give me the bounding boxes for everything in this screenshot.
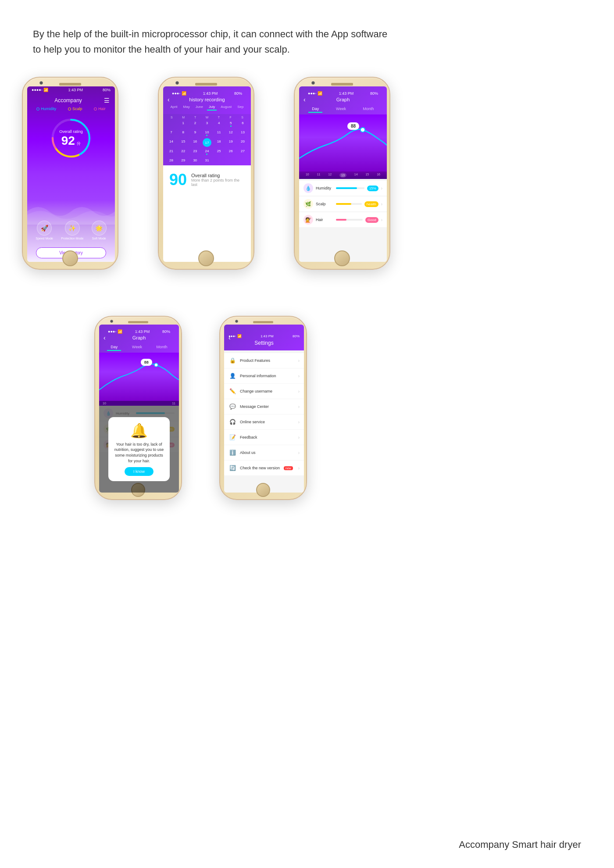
settings-item-about-us[interactable]: ℹ️ About us ›: [224, 445, 304, 460]
settings-item-feedback[interactable]: 📝 Feedback ›: [224, 430, 304, 445]
menu-icon[interactable]: ☰: [104, 97, 110, 104]
scalp-icon: 🌿: [303, 199, 313, 209]
cal-day-28[interactable]: 28: [166, 157, 177, 164]
cal-day-19[interactable]: 19: [225, 138, 236, 147]
tab-september[interactable]: Sep: [236, 104, 245, 111]
online-service-chevron: ›: [298, 420, 300, 425]
status-bar-p4: ●●●◦ 📶 1:43 PM 80%: [104, 328, 175, 335]
rating-big-number: 90: [169, 171, 187, 189]
cal-day-21[interactable]: 21: [166, 148, 177, 156]
back-arrow-p2[interactable]: ‹: [168, 96, 170, 103]
camera-phone4: [110, 320, 113, 323]
cal-day-25[interactable]: 25: [214, 148, 225, 156]
popup-message: Your hair is too dry, lack of nutrition,…: [114, 442, 164, 464]
humidity-bar-wrap: [336, 187, 364, 189]
screen-accompany: ●●●●◦ 📶 1:43 PM 80% Accompany ☰ Humidity…: [27, 86, 115, 262]
cal-day-23[interactable]: 23: [189, 148, 200, 156]
settings-item-online-service[interactable]: 🎧 Online service ›: [224, 414, 304, 429]
speaker-phone5: [253, 321, 273, 323]
change-username-chevron: ›: [298, 389, 300, 394]
cal-day-11[interactable]: 11: [214, 129, 225, 137]
cal-day-13[interactable]: 13: [237, 129, 248, 137]
tab-june[interactable]: June: [194, 104, 205, 111]
cal-day-14[interactable]: 14: [166, 138, 177, 147]
back-arrow-p3[interactable]: ‹: [303, 96, 306, 103]
cal-day-29[interactable]: 29: [178, 157, 189, 164]
humidity-tag: 15%: [367, 186, 378, 191]
back-arrow-p4[interactable]: ‹: [104, 334, 106, 341]
footer-text: Accompany Smart hair dryer: [459, 839, 581, 850]
tab-april[interactable]: April: [169, 104, 179, 111]
change-username-label: Change username: [240, 389, 295, 393]
settings-back-arrow[interactable]: ‹: [228, 334, 231, 341]
cal-day-15[interactable]: 15: [178, 138, 189, 147]
x-14: 14: [354, 173, 358, 178]
cal-day-4[interactable]: 4: [214, 120, 225, 128]
day-headers: S M T W T F S: [166, 116, 248, 119]
cal-day-31[interactable]: 31: [201, 157, 212, 164]
scalp-dot: [68, 107, 71, 111]
cal-day-27[interactable]: 27: [237, 148, 248, 156]
settings-item-personal-info[interactable]: 👤 Personal information ›: [224, 368, 304, 383]
protection-mode-btn[interactable]: ✨ Protection Mode: [61, 221, 83, 240]
metric-humidity[interactable]: 💧 Humidity 15% ›: [299, 181, 387, 196]
cal-day-30[interactable]: 30: [189, 157, 200, 164]
cal-day-2[interactable]: 2: [189, 120, 200, 128]
tab-july[interactable]: July: [207, 104, 217, 111]
speed-mode-btn[interactable]: 🚀 Speed Mode: [36, 221, 53, 240]
cal-day-26[interactable]: 26: [225, 148, 236, 156]
feedback-icon: 📝: [228, 433, 236, 441]
cal-day-7[interactable]: 7: [166, 129, 177, 137]
i-know-button[interactable]: I know: [125, 467, 154, 476]
settings-item-product-features[interactable]: 🔒 Product Features ›: [224, 353, 304, 368]
cal-day-6[interactable]: 6: [237, 120, 248, 128]
tab-scalp[interactable]: Scalp: [68, 107, 82, 111]
cal-day-8[interactable]: 8: [178, 129, 189, 137]
tab-may[interactable]: May: [182, 104, 192, 111]
cal-day-9[interactable]: 9: [189, 129, 200, 137]
cal-day-10[interactable]: 10: [201, 129, 212, 137]
graph-tab-month[interactable]: Month: [360, 106, 378, 113]
cal-day-24[interactable]: 24: [201, 148, 212, 156]
settings-item-message-center[interactable]: 💬 Message Center ›: [224, 399, 304, 414]
soft-mode-btn[interactable]: 🌟 Soft Mode: [92, 221, 107, 240]
tab-august[interactable]: August: [219, 104, 233, 111]
settings-title: Settings: [254, 340, 273, 346]
home-button-p3[interactable]: [334, 250, 350, 266]
graph-tab-month-p4[interactable]: Month: [153, 344, 171, 351]
graph-tab-week-p4[interactable]: Week: [129, 344, 146, 351]
settings-item-check-version[interactable]: 🔄 Check the new version new ›: [224, 461, 304, 475]
scalp-name: Scalp: [316, 202, 333, 206]
hair-label: Hair: [98, 107, 106, 111]
product-features-icon: 🔒: [228, 357, 236, 364]
home-button-p2[interactable]: [198, 250, 214, 266]
metric-hair[interactable]: 💇 Hair Good ›: [299, 212, 387, 227]
cal-day-20[interactable]: 20: [237, 138, 248, 147]
cal-day-16[interactable]: 16: [189, 138, 200, 147]
phone-settings: ●●●◦ 📶 1:43 PM 80% ‹ Settings 🔒 Product …: [219, 316, 307, 500]
cal-day-18[interactable]: 18: [214, 138, 225, 147]
home-button-p5[interactable]: [256, 483, 270, 497]
cal-day-12[interactable]: 12: [225, 129, 236, 137]
cal-day-3[interactable]: 3: [201, 120, 212, 128]
cal-day-5[interactable]: 5: [225, 120, 236, 128]
scalp-chevron: ›: [381, 202, 382, 207]
cal-day-17-today[interactable]: 17: [203, 138, 211, 147]
graph-tab-day[interactable]: Day: [308, 106, 322, 113]
graph-tab-day-p4[interactable]: Day: [107, 344, 121, 351]
screen-graph-popup: ●●●◦ 📶 1:43 PM 80% ‹ Graph Day Week Mont…: [99, 325, 179, 493]
cal-day-22[interactable]: 22: [178, 148, 189, 156]
settings-item-change-username[interactable]: ✏️ Change username ›: [224, 384, 304, 399]
status-bar-p3: ●●●◦ 📶 1:43 PM 80%: [303, 90, 382, 97]
graph-header: ●●●◦ 📶 1:43 PM 80% ‹ Graph Day Week Mont…: [299, 86, 387, 114]
tab-humidity[interactable]: Humidity: [36, 107, 56, 111]
graph-tab-week[interactable]: Week: [332, 106, 350, 113]
tab-hair[interactable]: Hair: [94, 107, 106, 111]
cal-day-1[interactable]: 1: [178, 120, 189, 128]
signal-p1: ●●●●◦ 📶: [32, 88, 48, 92]
metric-scalp[interactable]: 🌿 Scalp health ›: [299, 196, 387, 211]
home-button-p1[interactable]: [62, 250, 78, 266]
graph-title-p4: Graph: [132, 335, 146, 340]
feedback-label: Feedback: [240, 435, 295, 439]
rating-card: 90 Overall rating More than 2 points fro…: [163, 165, 251, 194]
